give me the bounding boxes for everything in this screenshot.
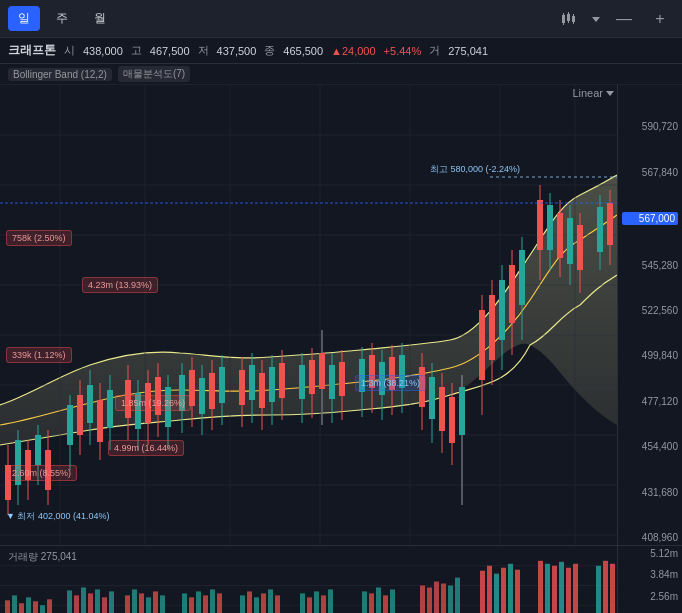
svg-rect-80	[309, 360, 315, 394]
svg-rect-153	[139, 593, 144, 613]
minus-button[interactable]: —	[610, 5, 638, 33]
svg-rect-179	[420, 586, 425, 614]
svg-rect-187	[494, 574, 499, 613]
min-price-label: ▼ 최저 402,000 (41.04%)	[6, 510, 109, 523]
max-price-label: 최고 580,000 (-2.24%)	[430, 163, 520, 176]
change-value: ▲24,000	[331, 45, 376, 57]
annotation-758k: 758k (2.50%)	[6, 230, 72, 246]
high-label: 고	[131, 43, 142, 58]
annotation-499m: 4.99m (16.44%)	[108, 440, 184, 456]
current-price-label: 567,000	[622, 212, 678, 225]
svg-rect-194	[559, 562, 564, 613]
svg-rect-173	[328, 589, 333, 613]
main-chart[interactable]: Linear	[0, 85, 617, 545]
svg-rect-152	[132, 589, 137, 613]
volume-label: 거	[429, 43, 440, 58]
svg-rect-3	[567, 14, 570, 21]
svg-rect-176	[376, 587, 381, 613]
svg-rect-74	[269, 367, 275, 402]
svg-rect-170	[307, 597, 312, 613]
svg-rect-145	[74, 595, 79, 613]
svg-rect-70	[249, 365, 255, 400]
svg-rect-161	[210, 589, 215, 613]
low-label: 저	[198, 43, 209, 58]
svg-rect-199	[610, 564, 615, 613]
annotation-260m: 2.60m (8.55%)	[6, 465, 77, 481]
indicator-bar: Bollinger Band (12,2) 매물분석도(7)	[0, 64, 682, 85]
stock-info-bar: 크래프톤 시 438,000 고 467,500 저 437,500 종 465…	[0, 38, 682, 64]
price-431680: 431,680	[622, 487, 678, 498]
plus-button[interactable]: +	[646, 5, 674, 33]
low-value: 437,500	[217, 45, 257, 57]
annotation-185m: 1.85m (19.26%)	[115, 395, 191, 411]
svg-rect-150	[109, 591, 114, 613]
svg-rect-149	[102, 597, 107, 613]
period-week-button[interactable]: 주	[46, 6, 78, 31]
svg-rect-103	[439, 387, 445, 431]
svg-rect-142	[40, 605, 45, 613]
svg-rect-164	[247, 591, 252, 613]
svg-rect-64	[209, 373, 215, 409]
svg-rect-139	[19, 603, 24, 613]
price-axis: 590,720 567,840 567,000 545,280 522,560 …	[617, 85, 682, 545]
svg-rect-6	[572, 16, 575, 22]
svg-rect-38	[67, 405, 73, 445]
dropdown-arrow-icon	[590, 13, 602, 25]
svg-rect-129	[597, 207, 603, 252]
svg-rect-123	[557, 213, 563, 258]
svg-rect-174	[362, 591, 367, 613]
scale-type-button[interactable]: Linear	[572, 87, 615, 99]
period-month-button[interactable]: 월	[84, 6, 116, 31]
svg-rect-159	[196, 591, 201, 613]
svg-rect-148	[95, 589, 100, 613]
svg-rect-140	[26, 597, 31, 613]
svg-marker-9	[592, 17, 600, 22]
annotation-423m: 4.23m (13.93%)	[82, 277, 158, 293]
annotation-339k: 339k (1.12%)	[6, 347, 72, 363]
svg-rect-141	[33, 601, 38, 613]
svg-rect-137	[5, 600, 10, 613]
price-408960: 408,960	[622, 532, 678, 543]
open-label: 시	[64, 43, 75, 58]
svg-rect-191	[538, 561, 543, 613]
svg-rect-113	[499, 280, 505, 340]
svg-rect-138	[12, 595, 17, 613]
svg-rect-158	[189, 597, 194, 613]
svg-rect-115	[509, 265, 515, 323]
chart-type-button[interactable]	[554, 5, 582, 33]
svg-rect-196	[573, 564, 578, 613]
svg-rect-177	[383, 595, 388, 613]
svg-rect-175	[369, 593, 374, 613]
price-477120: 477,120	[622, 396, 678, 407]
svg-rect-143	[47, 599, 52, 613]
scale-dropdown-icon	[605, 88, 615, 98]
svg-rect-105	[449, 397, 455, 443]
volume-384m: 3.84m	[622, 569, 678, 580]
volume-256m: 2.56m	[622, 591, 678, 602]
svg-rect-190	[515, 570, 520, 613]
min-prefix: ▼	[6, 511, 17, 521]
volume-analysis-indicator[interactable]: 매물분석도(7)	[118, 66, 190, 82]
svg-rect-121	[547, 205, 553, 250]
high-value: 467,500	[150, 45, 190, 57]
volume-5m: 5.12m	[622, 548, 678, 559]
period-day-button[interactable]: 일	[8, 6, 40, 31]
svg-rect-154	[146, 597, 151, 613]
svg-rect-101	[429, 377, 435, 419]
svg-rect-189	[508, 564, 513, 613]
candlestick-chart-svg	[0, 85, 617, 545]
svg-rect-172	[321, 595, 326, 613]
close-label: 종	[264, 43, 275, 58]
volume-value: 275,041	[448, 45, 488, 57]
svg-rect-68	[239, 370, 245, 405]
bollinger-band-indicator[interactable]: Bollinger Band (12,2)	[8, 68, 112, 81]
volume-chart: 거래량 275,041	[0, 545, 617, 613]
volume-axis: 5.12m 3.84m 2.56m 1.28m	[617, 545, 682, 613]
svg-rect-163	[240, 595, 245, 613]
toolbar-right: — +	[554, 5, 674, 33]
svg-rect-188	[501, 568, 506, 613]
svg-rect-182	[441, 584, 446, 613]
svg-rect-151	[125, 595, 130, 613]
svg-rect-119	[537, 200, 543, 250]
price-545280: 545,280	[622, 260, 678, 271]
